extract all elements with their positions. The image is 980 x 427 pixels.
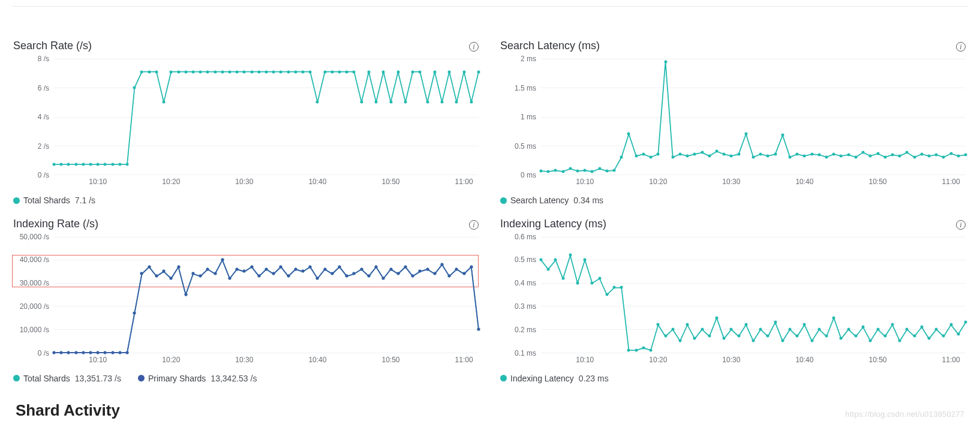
data-point: [243, 270, 246, 273]
chart-area[interactable]: 0 /s10,000 /s20,000 /s30,000 /s40,000 /s…: [12, 235, 481, 370]
info-icon[interactable]: i: [956, 42, 966, 52]
x-tick-label: 10:10: [89, 178, 107, 186]
x-tick-label: 10:40: [308, 178, 326, 186]
data-point: [554, 258, 557, 261]
data-point: [569, 167, 572, 170]
data-point: [935, 154, 938, 157]
legend-value: 0.23 ms: [579, 374, 609, 383]
data-point: [664, 335, 667, 338]
data-point: [964, 154, 967, 157]
data-point: [104, 351, 107, 354]
data-point: [82, 351, 85, 354]
data-point: [302, 70, 305, 73]
data-point: [825, 335, 828, 338]
data-point: [678, 153, 681, 156]
y-tick-label: 4 /s: [12, 113, 49, 121]
data-point: [657, 323, 660, 326]
info-icon[interactable]: i: [956, 220, 966, 230]
data-point: [404, 265, 407, 268]
data-point: [803, 155, 806, 158]
chart-area[interactable]: 0 /s2 /s4 /s6 /s8 /s10:1010:2010:3010:40…: [12, 57, 481, 192]
y-tick-label: 8 /s: [12, 55, 49, 63]
data-point: [74, 351, 77, 354]
data-point: [693, 153, 696, 156]
data-point: [876, 152, 879, 155]
data-point: [752, 156, 755, 159]
x-tick-label: 11:00: [942, 356, 960, 364]
data-point: [477, 327, 480, 330]
legend-swatch: [13, 197, 20, 204]
chart-svg: [54, 237, 479, 353]
y-tick-label: 6 /s: [12, 84, 49, 92]
legend-item[interactable]: Primary Shards13,342.53 /s: [138, 374, 257, 383]
data-point: [89, 163, 92, 166]
data-point: [455, 267, 458, 270]
x-tick-label: 10:10: [89, 356, 107, 364]
data-point: [781, 339, 784, 342]
data-point: [708, 155, 711, 158]
x-tick-label: 10:30: [722, 178, 740, 186]
x-tick-label: 10:10: [576, 178, 594, 186]
x-tick-label: 10:20: [162, 178, 180, 186]
legend-item[interactable]: Indexing Latency0.23 ms: [500, 374, 609, 383]
y-tick-label: 0.1 ms: [499, 349, 536, 357]
data-point: [796, 153, 799, 156]
data-point: [876, 327, 879, 330]
chart-area[interactable]: 0 ms0.5 ms1 ms1.5 ms2 ms10:1010:2010:301…: [499, 57, 968, 192]
data-point: [737, 335, 740, 338]
chart-legend: Total Shards7.1 /s: [13, 196, 481, 206]
chart-panel-search_rate: Search Rate (/s)i0 /s2 /s4 /s6 /s8 /s10:…: [12, 40, 481, 206]
data-point: [375, 265, 378, 268]
chart-panel-search_latency: Search Latency (ms)i0 ms0.5 ms1 ms1.5 ms…: [499, 40, 968, 206]
y-tick-label: 2 /s: [12, 142, 49, 151]
chart-legend: Total Shards13,351.73 /sPrimary Shards13…: [13, 374, 481, 384]
data-point: [67, 163, 70, 166]
data-point: [686, 155, 689, 158]
data-point: [191, 272, 194, 275]
data-point: [455, 101, 458, 104]
data-point: [155, 70, 158, 73]
data-point: [598, 167, 601, 170]
legend-swatch: [500, 197, 507, 204]
info-icon[interactable]: i: [469, 42, 479, 52]
data-point: [825, 156, 828, 159]
data-point: [309, 265, 312, 268]
y-tick-label: 30,000 /s: [12, 279, 49, 287]
data-point: [360, 101, 363, 104]
y-tick-label: 1.5 ms: [499, 84, 536, 92]
data-point: [294, 70, 297, 73]
data-point: [60, 163, 63, 166]
data-point: [323, 267, 326, 270]
data-point: [598, 276, 601, 279]
grid-line: [541, 175, 966, 175]
legend-item[interactable]: Search Latency0.34 ms: [500, 196, 603, 205]
data-point: [338, 265, 341, 268]
data-point: [840, 337, 843, 340]
data-point: [440, 263, 443, 266]
x-tick-label: 10:50: [382, 178, 400, 186]
chart-area[interactable]: 0.1 ms0.2 ms0.3 ms0.4 ms0.5 ms0.6 ms10:1…: [499, 235, 968, 370]
data-point: [686, 323, 689, 326]
data-point: [133, 311, 136, 314]
plot-area: [54, 237, 479, 353]
data-point: [935, 327, 938, 330]
data-point: [715, 316, 718, 319]
data-point: [547, 170, 550, 173]
data-point: [730, 155, 733, 158]
legend-item[interactable]: Total Shards13,351.73 /s: [13, 374, 121, 383]
data-point: [163, 101, 166, 104]
data-point: [891, 154, 894, 157]
data-point: [411, 275, 414, 278]
data-point: [316, 101, 319, 104]
data-point: [547, 267, 550, 270]
legend-item[interactable]: Total Shards7.1 /s: [13, 196, 95, 205]
legend-value: 13,342.53 /s: [211, 374, 257, 383]
data-point: [419, 70, 422, 73]
data-point: [723, 337, 726, 340]
info-icon[interactable]: i: [469, 220, 479, 230]
legend-label: Search Latency: [510, 196, 569, 205]
data-point: [927, 337, 930, 340]
data-point: [279, 265, 282, 268]
data-point: [257, 275, 260, 278]
chart-legend: Search Latency0.34 ms: [500, 196, 968, 206]
